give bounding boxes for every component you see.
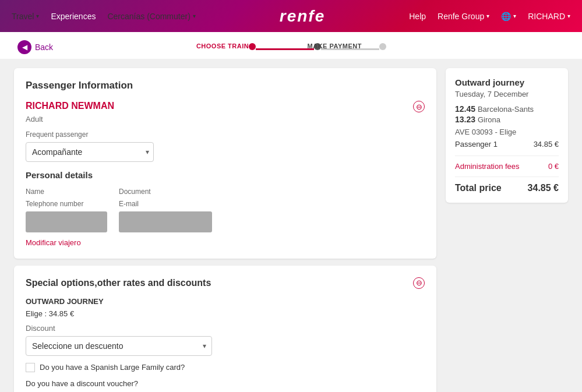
step2-label: MAKE PAYMENT [308, 43, 362, 50]
nav-renfe-group-chevron: ▾ [486, 13, 489, 19]
passenger-info-title: Passenger Information [26, 80, 425, 91]
special-options-title: Special options,other rates and discount… [26, 278, 211, 288]
telephone-label: Telephone number [26, 199, 107, 209]
personal-fields: Name Telephone number Document E-mail [26, 187, 425, 232]
journey-price: Elige : 34.85 € [26, 309, 425, 318]
name-label: Name [26, 187, 107, 197]
discount-voucher-label: Do you have a discount voucher? [26, 379, 138, 388]
depart-station: Barcelona-Sants [478, 104, 534, 114]
discount-select-wrapper: Seleccione un descuento ▾ [26, 336, 212, 356]
journey-label: OUTWARD JOURNEY [26, 297, 425, 306]
nav-right: Help Renfe Group ▾ 🌐 ▾ RICHARD ▾ [409, 12, 570, 21]
admin-fees-value: 0 € [548, 162, 559, 171]
passenger-header: RICHARD NEWMAN ⊖ [26, 101, 425, 112]
frequent-passenger-select[interactable]: Acompañante [26, 142, 154, 162]
right-panel: Outward journey Tuesday, 7 December 12.4… [446, 68, 568, 392]
document-label: Document [119, 187, 212, 197]
depart-time: 12.45 [455, 104, 475, 114]
personal-details-title: Personal details [26, 170, 425, 180]
passenger-type: Adult [26, 115, 425, 123]
frequent-passenger-wrapper: Acompañante ▾ [26, 142, 154, 162]
summary-arrive: 13.23 Girona [455, 115, 559, 124]
summary-passenger: Passenger 1 34.85 € [455, 140, 559, 149]
nav-user[interactable]: RICHARD ▾ [528, 12, 570, 21]
special-options-card: Special options,other rates and discount… [14, 266, 436, 392]
nav-logo: renfe [280, 7, 325, 26]
main-container: Passenger Information RICHARD NEWMAN ⊖ A… [0, 59, 582, 392]
nav-logo-container: renfe [196, 7, 409, 26]
total-price-row: Total price 34.85 € [455, 183, 559, 193]
special-options-info-icon[interactable]: ⊖ [413, 277, 425, 289]
name-placeholder-block [26, 211, 107, 232]
nav-renfe-group-label: Renfe Group [438, 12, 484, 21]
frequent-passenger-label: Frequent passenger [26, 130, 425, 139]
passenger-info-card: Passenger Information RICHARD NEWMAN ⊖ A… [14, 68, 436, 259]
nav-user-label: RICHARD [528, 12, 565, 21]
arrive-station: Girona [478, 115, 500, 124]
summary-divider-2 [455, 176, 559, 177]
nav-globe[interactable]: 🌐 ▾ [501, 12, 516, 21]
back-label: Back [35, 43, 53, 52]
step1-dot [249, 43, 256, 50]
total-value: 34.85 € [528, 183, 559, 193]
passenger-label: Passenger 1 [455, 140, 498, 149]
nav-left: Travel ▾ Experiences Cercanías (Commuter… [12, 12, 196, 21]
name-field-group: Name Telephone number [26, 187, 107, 232]
admin-fees-row: Administration fees 0 € [455, 162, 559, 171]
large-family-checkbox[interactable] [26, 363, 35, 372]
special-options-header: Special options,other rates and discount… [26, 277, 425, 289]
steps-bar: ◀ Back CHOOSE TRAIN MAKE PAYMENT [0, 32, 582, 54]
document-placeholder-block [119, 211, 212, 232]
summary-divider [455, 156, 559, 156]
step1-label: CHOOSE TRAIN [196, 43, 249, 50]
navigation: Travel ▾ Experiences Cercanías (Commuter… [0, 0, 582, 32]
nav-commuter-label: Cercanías (Commuter) [107, 12, 190, 21]
left-panel: Passenger Information RICHARD NEWMAN ⊖ A… [14, 68, 436, 392]
admin-fees-label: Administration fees [455, 162, 520, 171]
passenger-info-icon[interactable]: ⊖ [413, 101, 425, 112]
large-family-label: Do you have a Spanish Large Family card? [40, 363, 185, 372]
modify-link[interactable]: Modificar viajero [26, 238, 81, 247]
email-label: E-mail [119, 199, 212, 209]
nav-user-chevron: ▾ [567, 13, 570, 19]
passenger-name: RICHARD NEWMAN [26, 101, 114, 111]
passenger-price: 34.85 € [534, 140, 559, 149]
discount-voucher-row: Do you have a discount voucher? [26, 379, 425, 388]
total-label: Total price [455, 183, 502, 193]
nav-travel[interactable]: Travel ▾ [12, 12, 39, 21]
nav-commuter[interactable]: Cercanías (Commuter) ▾ [107, 12, 195, 21]
large-family-row: Do you have a Spanish Large Family card? [26, 363, 425, 372]
step-line [256, 48, 314, 50]
nav-help[interactable]: Help [409, 12, 426, 21]
back-circle-icon: ◀ [17, 40, 31, 54]
step3-dot [379, 43, 386, 50]
personal-details-section: Personal details Name Telephone number D… [26, 170, 425, 247]
summary-train: AVE 03093 - Elige [455, 128, 559, 136]
nav-globe-chevron: ▾ [513, 13, 516, 19]
document-field-group: Document E-mail [119, 187, 212, 232]
nav-travel-label: Travel [12, 12, 34, 21]
steps-progress: CHOOSE TRAIN MAKE PAYMENT [53, 43, 530, 52]
globe-icon: 🌐 [501, 12, 511, 21]
nav-renfe-group[interactable]: Renfe Group ▾ [438, 12, 489, 21]
nav-experiences[interactable]: Experiences [51, 12, 96, 21]
summary-card: Outward journey Tuesday, 7 December 12.4… [446, 68, 568, 203]
summary-date: Tuesday, 7 December [455, 90, 559, 98]
back-button[interactable]: ◀ Back [17, 40, 53, 54]
summary-depart: 12.45 Barcelona-Sants [455, 104, 559, 114]
discount-label: Discount [26, 324, 425, 333]
summary-title: Outward journey [455, 77, 559, 87]
discount-select[interactable]: Seleccione un descuento [26, 336, 212, 356]
nav-travel-chevron: ▾ [36, 13, 39, 19]
arrive-time: 13.23 [455, 115, 475, 124]
